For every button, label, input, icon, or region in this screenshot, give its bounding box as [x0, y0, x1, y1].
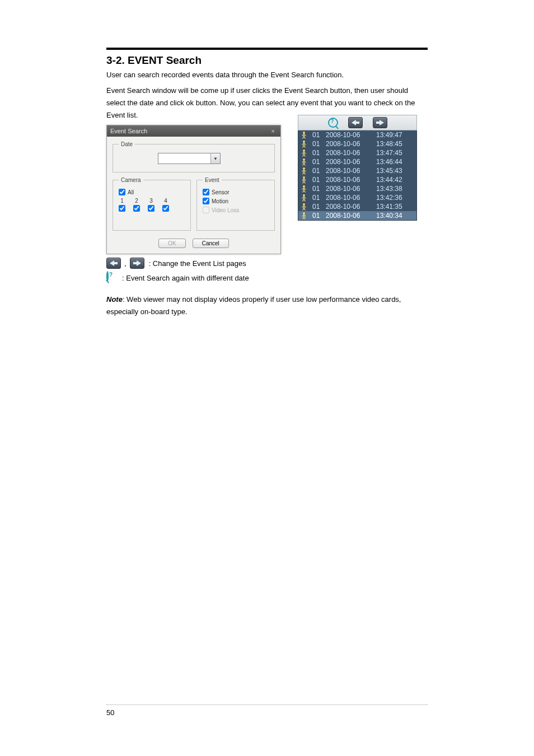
event-channel: 01	[312, 185, 322, 193]
camera-legend: Camera	[119, 177, 143, 183]
event-channel: 01	[312, 212, 322, 220]
event-channel: 01	[312, 194, 322, 202]
motion-icon	[301, 212, 309, 220]
sensor-checkbox[interactable]	[203, 189, 209, 195]
camera-all-label: All	[128, 189, 134, 195]
camera-channel: 3	[148, 198, 154, 213]
camera-channel-number: 3	[148, 198, 154, 204]
note-text: : Web viewer may not display videos prop…	[106, 295, 401, 316]
motion-icon	[301, 158, 309, 166]
ok-button[interactable]: OK	[158, 239, 185, 248]
videoloss-checkbox	[203, 207, 209, 213]
event-date: 2008-10-06	[326, 176, 373, 184]
svg-marker-0	[352, 120, 359, 125]
camera-channel-checkbox[interactable]	[148, 205, 154, 212]
cancel-button[interactable]: Cancel	[193, 239, 229, 248]
event-channel: 01	[312, 131, 322, 139]
camera-channel-number: 4	[162, 198, 169, 204]
sensor-label: Sensor	[212, 189, 229, 195]
event-list-body: 012008-10-0613:49:47012008-10-0613:48:45…	[298, 130, 417, 221]
legend-arrows-text: : Change the Event List pages	[149, 259, 246, 268]
event-list-row[interactable]: 012008-10-0613:44:42	[298, 175, 416, 184]
prev-page-icon	[106, 258, 121, 269]
svg-marker-1	[376, 120, 384, 125]
intro-paragraph-1: User can search recorded events data thr…	[106, 69, 428, 81]
note-label: Note	[106, 295, 123, 304]
motion-icon	[301, 194, 309, 202]
search-again-icon[interactable]: ?	[328, 118, 338, 128]
motion-icon	[301, 140, 309, 148]
camera-channel: 1	[119, 198, 125, 213]
event-time: 13:40:34	[376, 212, 410, 220]
event-channel: 01	[312, 140, 322, 148]
chevron-down-icon: ▼	[210, 153, 220, 164]
event-channel: 01	[312, 158, 322, 166]
camera-channel: 4	[162, 198, 169, 213]
motion-checkbox[interactable]	[203, 198, 209, 204]
next-page-icon	[130, 258, 144, 269]
event-list-row[interactable]: 012008-10-0613:45:43	[298, 166, 416, 175]
event-date: 2008-10-06	[326, 149, 373, 157]
camera-all-checkbox[interactable]	[119, 189, 125, 195]
event-time: 13:47:45	[376, 149, 410, 157]
camera-channel-checkbox[interactable]	[162, 205, 169, 212]
note-paragraph: Note: Web viewer may not display videos …	[106, 293, 428, 318]
event-date: 2008-10-06	[326, 203, 373, 211]
event-list-row[interactable]: 012008-10-0613:41:35	[298, 202, 416, 211]
dialog-titlebar: Event Search ×	[107, 125, 280, 137]
camera-fieldset: Camera All 1234	[113, 177, 191, 231]
event-list-row[interactable]: 012008-10-0613:40:34	[298, 211, 416, 220]
event-time: 13:48:45	[376, 140, 410, 148]
event-list-row[interactable]: 012008-10-0613:48:45	[298, 139, 416, 148]
event-channel: 01	[312, 167, 322, 175]
close-icon[interactable]: ×	[269, 128, 277, 134]
event-time: 13:46:44	[376, 158, 410, 166]
event-list-header: ?	[298, 115, 417, 130]
event-date: 2008-10-06	[326, 167, 373, 175]
motion-icon	[301, 203, 309, 211]
event-date: 2008-10-06	[326, 131, 373, 139]
event-time: 13:45:43	[376, 167, 410, 175]
event-time: 13:41:35	[376, 203, 410, 211]
camera-channel-number: 1	[119, 198, 125, 204]
dialog-title: Event Search	[110, 128, 147, 134]
event-list-row[interactable]: 012008-10-0613:47:45	[298, 148, 416, 157]
event-date: 2008-10-06	[326, 185, 373, 193]
date-fieldset: Date ▼	[113, 141, 275, 172]
motion-label: Motion	[212, 198, 228, 204]
camera-channel-number: 2	[133, 198, 140, 204]
camera-channel: 2	[133, 198, 140, 213]
event-channel: 01	[312, 149, 322, 157]
event-list-row[interactable]: 012008-10-0613:49:47	[298, 130, 416, 139]
event-time: 13:42:36	[376, 194, 410, 202]
event-list-panel: ? 012008-10-0613:49:47012008-10-0613:48:…	[298, 115, 417, 221]
camera-channel-checkbox[interactable]	[119, 205, 125, 212]
event-fieldset: Event Sensor Motion Video Loss	[196, 177, 275, 231]
event-list-row[interactable]: 012008-10-0613:46:44	[298, 157, 416, 166]
event-time: 13:44:42	[376, 176, 410, 184]
event-list-row[interactable]: 012008-10-0613:43:38	[298, 184, 416, 193]
event-channel: 01	[312, 203, 322, 211]
section-divider	[106, 48, 428, 50]
event-search-dialog: Event Search × Date ▼ Camera All	[106, 125, 281, 254]
legend-search: ? : Event Search again with different da…	[106, 272, 428, 283]
camera-channel-checkbox[interactable]	[133, 205, 140, 212]
motion-icon	[301, 185, 309, 193]
page-number: 50	[106, 708, 114, 717]
event-time: 13:43:38	[376, 185, 410, 193]
prev-page-icon[interactable]	[348, 117, 363, 128]
next-page-icon[interactable]	[373, 117, 387, 128]
date-legend: Date	[119, 141, 135, 147]
event-time: 13:49:47	[376, 131, 410, 139]
motion-icon	[301, 167, 309, 175]
event-date: 2008-10-06	[326, 140, 373, 148]
section-title: 3-2. EVENT Search	[106, 54, 428, 67]
motion-icon	[301, 149, 309, 157]
event-list-row[interactable]: 012008-10-0613:42:36	[298, 193, 416, 202]
page-footer: 50	[106, 704, 428, 717]
motion-icon	[301, 176, 309, 184]
date-dropdown[interactable]: ▼	[158, 153, 221, 164]
event-date: 2008-10-06	[326, 212, 373, 220]
event-date: 2008-10-06	[326, 194, 373, 202]
legend-arrows: , : Change the Event List pages	[106, 258, 428, 269]
